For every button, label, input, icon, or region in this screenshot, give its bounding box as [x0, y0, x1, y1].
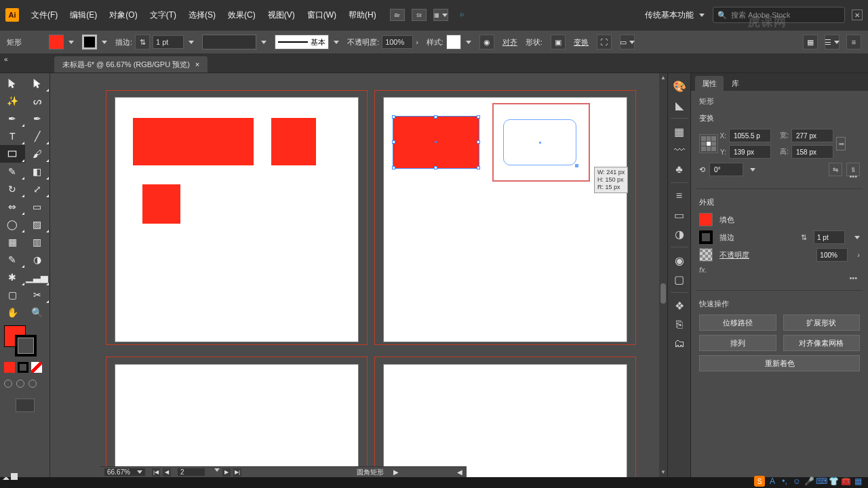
opacity-input[interactable]: 100%: [382, 35, 413, 49]
menu-file[interactable]: 文件(F): [26, 9, 63, 21]
props-stroke-swatch[interactable]: [699, 230, 713, 244]
lasso-tool[interactable]: ᔕ: [25, 92, 50, 110]
flip-h-icon[interactable]: ⇋: [829, 163, 842, 176]
appearance-more-icon[interactable]: •••: [699, 274, 860, 282]
screen-mode-button[interactable]: [16, 399, 35, 412]
shape-builder-tool[interactable]: ◯: [0, 216, 25, 233]
menu-edit[interactable]: 编辑(E): [64, 9, 102, 21]
symbols-panel-icon[interactable]: ♣: [672, 162, 687, 177]
menu-help[interactable]: 帮助(H): [343, 9, 382, 21]
brush-def[interactable]: 基本: [275, 35, 329, 49]
blend-tool[interactable]: ◑: [25, 251, 50, 268]
fx-button[interactable]: fx.: [699, 266, 707, 274]
artboard-nav[interactable]: |◀ ◀: [152, 468, 171, 476]
ime-emoji-icon[interactable]: ☺: [792, 476, 802, 486]
tab-properties[interactable]: 属性: [695, 76, 724, 91]
stroke-panel-icon[interactable]: ≡: [672, 188, 687, 203]
rotate-tool[interactable]: ↻: [0, 180, 25, 198]
scale-tool[interactable]: ⤢: [25, 180, 50, 198]
free-transform-tool[interactable]: ▭: [25, 198, 50, 216]
menu-object[interactable]: 对象(O): [104, 9, 142, 21]
document-tab-close[interactable]: ×: [195, 60, 199, 68]
var-width-profile[interactable]: [202, 35, 256, 49]
menu-select[interactable]: 选择(S): [183, 9, 221, 21]
artboard-index-input[interactable]: 2: [178, 468, 205, 476]
graphic-styles-icon[interactable]: ▢: [672, 272, 687, 287]
paintbrush-tool[interactable]: 🖌: [25, 145, 50, 163]
perspective-tool[interactable]: ▨: [25, 216, 50, 233]
gradient-tool[interactable]: ▥: [25, 233, 50, 251]
x-input[interactable]: 1055.5 p: [729, 129, 771, 142]
artboards-panel-icon[interactable]: 🗂: [672, 336, 687, 351]
rectangle-tool[interactable]: [0, 145, 25, 163]
rect-c[interactable]: [142, 184, 180, 224]
btn-expand-shape[interactable]: 扩展形状: [783, 314, 861, 331]
menu-type[interactable]: 文字(T): [144, 9, 182, 21]
expand-panels-left-icon[interactable]: «: [4, 56, 8, 63]
recolor-icon[interactable]: ◉: [479, 35, 494, 49]
window-close-icon[interactable]: ✕: [852, 9, 863, 20]
menu-window[interactable]: 窗口(W): [302, 9, 342, 21]
ime-toolbox-icon[interactable]: 🧰: [841, 476, 850, 486]
swatches-panel-icon[interactable]: ▦: [672, 124, 687, 139]
hand-tool[interactable]: ✋: [0, 304, 25, 321]
rotate-input[interactable]: 0°: [709, 163, 743, 176]
ime-grid-icon[interactable]: ▦: [853, 476, 863, 486]
props-stroke-input[interactable]: 1 pt: [814, 230, 845, 244]
ime-mic-icon[interactable]: 🎤: [804, 476, 814, 486]
stock-icon[interactable]: St: [412, 9, 427, 21]
column-graph-tool[interactable]: ▁▃▅: [25, 268, 50, 286]
align-button[interactable]: 对齐: [502, 37, 517, 47]
pen-tool[interactable]: ✒: [0, 110, 25, 127]
mesh-tool[interactable]: ▦: [0, 233, 25, 251]
btn-recolor[interactable]: 重新着色: [699, 355, 860, 371]
draw-mode-row[interactable]: [0, 380, 50, 393]
y-input[interactable]: 139 px: [729, 145, 771, 159]
arrange-docs-icon[interactable]: ▦: [433, 9, 448, 21]
layers-panel-icon[interactable]: ❖: [672, 298, 687, 313]
ime-keyboard-icon[interactable]: ⌨: [816, 476, 826, 486]
line-tool[interactable]: ╱: [25, 127, 50, 145]
direct-selection-tool[interactable]: [25, 75, 50, 92]
transform-again-icon[interactable]: ⛶: [597, 35, 612, 49]
slice-tool[interactable]: ✂: [25, 286, 50, 304]
grid-icon[interactable]: ▦: [803, 35, 818, 49]
btn-offset-path[interactable]: 位移路径: [699, 314, 776, 331]
transform-button[interactable]: 变换: [574, 37, 589, 47]
props-opacity-swatch[interactable]: [699, 248, 713, 262]
type-tool[interactable]: T: [0, 127, 25, 145]
h-input[interactable]: 158 px: [791, 145, 833, 159]
shaper-tool[interactable]: ✎: [0, 163, 25, 180]
asset-export-icon[interactable]: ⎘: [672, 317, 687, 332]
tab-libraries[interactable]: 库: [725, 76, 746, 91]
fill-stroke-indicator[interactable]: [0, 325, 50, 357]
w-input[interactable]: 277 px: [791, 129, 833, 142]
btn-arrange[interactable]: 排列: [699, 335, 776, 351]
appearance-panel-icon[interactable]: ◉: [672, 253, 687, 268]
menu-view[interactable]: 视图(V): [262, 9, 300, 21]
search-input[interactable]: 🔍 搜索 Adobe Stock: [713, 7, 845, 23]
transparency-panel-icon[interactable]: ◑: [672, 226, 687, 241]
fill-swatch[interactable]: [49, 35, 74, 49]
brushes-panel-icon[interactable]: 〰: [672, 143, 687, 158]
width-tool[interactable]: ⇔: [0, 198, 25, 216]
ime-sogou-icon[interactable]: S: [754, 476, 765, 487]
document-tab[interactable]: 未标题-6* @ 66.67% (RGB/GPU 预览) ×: [54, 56, 208, 73]
selection-tool[interactable]: [0, 75, 25, 92]
ime-char-icon[interactable]: A: [768, 476, 777, 486]
color-guide-icon[interactable]: ◣: [672, 98, 687, 113]
ime-punct-icon[interactable]: •,: [780, 476, 789, 486]
color-mode-row[interactable]: [0, 362, 50, 375]
nav-last-icon[interactable]: ▶|: [233, 468, 241, 476]
canvas-scrollbar-vertical[interactable]: ▲ ▼: [659, 73, 667, 477]
eyedropper-tool[interactable]: ✎: [0, 251, 25, 268]
gpu-icon[interactable]: ⚐: [455, 9, 470, 21]
panel-options-icon[interactable]: ☰: [825, 35, 840, 49]
workspace-switcher[interactable]: 传统基本功能: [638, 9, 711, 21]
bridge-icon[interactable]: Br: [390, 9, 405, 21]
more-options-icon[interactable]: ▭: [620, 35, 635, 49]
ime-skin-icon[interactable]: 👕: [829, 476, 838, 486]
stroke-swatch[interactable]: [82, 35, 107, 49]
eraser-tool[interactable]: ◧: [25, 163, 50, 180]
canvas-scroll-thumb[interactable]: [660, 283, 666, 304]
